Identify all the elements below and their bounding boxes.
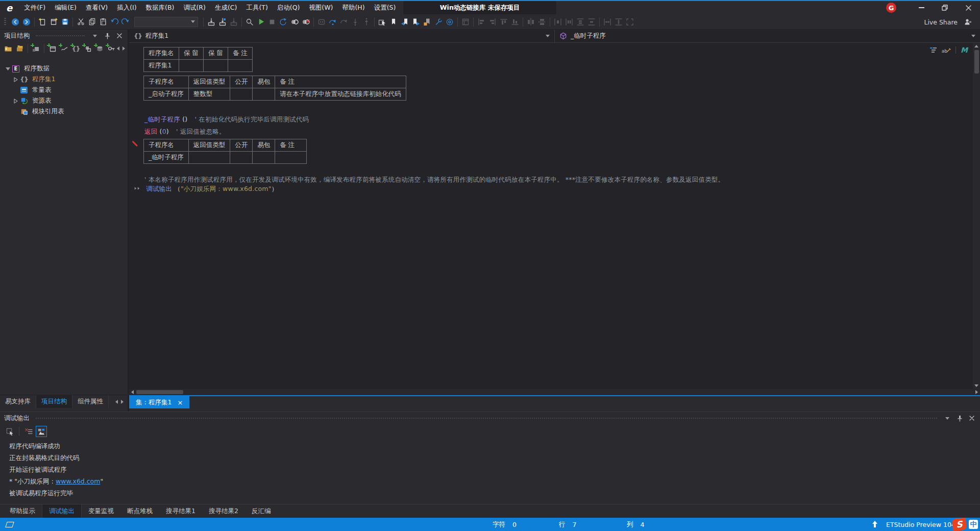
copy-button[interactable] — [86, 16, 97, 28]
paste-button[interactable] — [97, 16, 109, 28]
panel-drag-handle[interactable] — [36, 418, 937, 419]
cut-button[interactable] — [75, 16, 86, 28]
panel-pin-button[interactable] — [955, 414, 964, 422]
rename-button[interactable]: ab — [942, 46, 951, 54]
col-header[interactable]: 保 留 — [179, 47, 204, 60]
tree-item-module-refs[interactable]: 模块引用表 — [0, 106, 128, 117]
toolbar-combobox[interactable] — [134, 17, 198, 27]
tabs-scroll-left-icon[interactable] — [115, 400, 118, 404]
tab-breakpoint-stack[interactable]: 断点堆栈 — [120, 504, 159, 518]
save-button[interactable] — [59, 16, 70, 28]
menu-window-view[interactable]: 视图(W) — [304, 1, 337, 14]
navigate-back-button[interactable] — [10, 16, 21, 28]
col-header[interactable]: 易包 — [253, 139, 275, 152]
scroll-up-icon[interactable] — [974, 45, 978, 47]
col-header[interactable]: 返回值类型 — [188, 76, 230, 88]
bookmark-next-button[interactable] — [410, 16, 422, 28]
menu-settings[interactable]: 设置(S) — [370, 1, 401, 14]
menu-file[interactable]: 文件(F) — [19, 1, 50, 14]
horizontal-scrollbar[interactable] — [129, 389, 980, 395]
code-line-debug-output[interactable]: 调试输出 （"小刀娱乐网：www.x6d.com"） — [134, 185, 278, 194]
col-header[interactable]: 备 注 — [228, 47, 252, 60]
clear-output-button[interactable] — [23, 426, 34, 437]
profiler-button[interactable] — [316, 16, 327, 28]
panel-menu-button[interactable] — [91, 32, 99, 40]
sogou-ime-icon[interactable]: S — [952, 518, 967, 531]
panel-pin-button[interactable] — [103, 32, 111, 40]
tabs-scroll-right-icon[interactable] — [121, 400, 124, 404]
menu-launch[interactable]: 启动(Q) — [273, 1, 305, 14]
select-all-button[interactable] — [4, 426, 15, 437]
space-across-button[interactable] — [552, 16, 564, 28]
col-header[interactable]: 子程序名 — [144, 76, 189, 88]
tab-search-results-2[interactable]: 搜寻结果2 — [202, 504, 245, 518]
align-left-button[interactable] — [476, 16, 487, 28]
expander-expanded-icon[interactable] — [4, 66, 11, 71]
col-header[interactable]: 保 留 — [203, 47, 228, 60]
scrollbar-thumb[interactable] — [136, 390, 183, 394]
code-line-sub-header[interactable]: _临时子程序 () ' 在初始化代码执行完毕后调用测试代码 — [144, 115, 309, 124]
scroll-right-icon[interactable] — [975, 390, 978, 394]
add-resource-button[interactable] — [93, 43, 105, 54]
bookmark-toggle-button[interactable] — [388, 16, 399, 28]
col-header[interactable]: 返回值类型 — [188, 139, 230, 152]
space-down-button[interactable] — [575, 16, 586, 28]
breakpoint-toggle-button[interactable] — [289, 16, 300, 28]
step-run-button[interactable] — [338, 16, 350, 28]
center-vertical-button[interactable] — [536, 16, 548, 28]
col-header[interactable]: 子程序名 — [144, 139, 189, 152]
select-tool-button[interactable] — [377, 16, 388, 28]
options-gear-button[interactable] — [444, 16, 455, 28]
col-header[interactable]: 备 注 — [275, 139, 307, 152]
tab-project-structure[interactable]: 项目结构 — [36, 395, 72, 408]
menu-view[interactable]: 查看(V) — [81, 1, 112, 14]
add-window-button[interactable] — [46, 43, 58, 54]
align-bottom-button[interactable] — [509, 16, 521, 28]
editor-content[interactable]: 程序集名 保 留 保 留 备 注 程序集1 子程序名 — [129, 43, 980, 389]
run-button[interactable] — [255, 16, 266, 28]
menu-debug[interactable]: 调试(R) — [179, 1, 210, 14]
module-view-button[interactable]: M — [961, 46, 968, 54]
menu-build[interactable]: 生成(C) — [210, 1, 241, 14]
step-over-button[interactable] — [327, 16, 338, 28]
space-down-equal-button[interactable] — [586, 16, 597, 28]
tab-component-props[interactable]: 组件属性 — [72, 395, 109, 408]
live-share-area[interactable]: Live Share — [924, 14, 972, 30]
same-size-button[interactable] — [624, 16, 635, 28]
toolbar-grip[interactable] — [4, 18, 6, 26]
assembly-selector[interactable]: {} 程序集1 — [129, 30, 555, 42]
scroll-right-icon[interactable] — [122, 46, 125, 51]
minimize-button[interactable] — [910, 1, 933, 14]
add-subroutine-button[interactable]: {} — [70, 43, 82, 54]
vertical-scrollbar[interactable] — [973, 43, 980, 389]
redo-button[interactable] — [120, 16, 131, 28]
structure-list-button[interactable] — [930, 47, 937, 53]
tab-close-icon[interactable]: × — [177, 399, 183, 406]
col-header[interactable]: 易包 — [253, 76, 275, 88]
panel-menu-button[interactable] — [943, 414, 951, 422]
output-link[interactable]: www.x6d.com — [56, 477, 100, 485]
form-designer-button[interactable] — [460, 16, 471, 28]
compile-static-button[interactable] — [217, 16, 228, 28]
menu-edit[interactable]: 编辑(E) — [50, 1, 81, 14]
panel-close-button[interactable] — [968, 414, 976, 422]
new-window-button[interactable] — [48, 16, 59, 28]
assembly-table[interactable]: 程序集名 保 留 保 留 备 注 程序集1 — [143, 47, 253, 72]
restore-button[interactable] — [933, 1, 957, 14]
project-folders-button[interactable] — [14, 43, 26, 54]
tab-help-tips[interactable]: 帮助提示 — [3, 504, 42, 518]
scroll-left-icon[interactable] — [131, 390, 134, 394]
space-across-equal-button[interactable] — [564, 16, 575, 28]
close-button[interactable] — [957, 1, 980, 14]
add-program-button[interactable] — [58, 43, 70, 54]
expander-collapsed-icon[interactable] — [12, 77, 19, 82]
ime-language-indicator[interactable]: 中 — [969, 520, 978, 529]
code-comment-line[interactable]: ' 本名称子程序用作测试程序用，仅在开发及调试环境中有效，编译发布程序前将被系统… — [144, 176, 724, 184]
col-header[interactable]: 程序集名 — [144, 47, 179, 60]
tree-item-resources[interactable]: 资源表 — [0, 95, 128, 106]
startup-subroutine-table[interactable]: 子程序名 返回值类型 公开 易包 备 注 _启动子程序 整数型 请在本子程序中放… — [143, 76, 406, 101]
scroll-left-icon[interactable] — [117, 46, 119, 51]
tab-support-libs[interactable]: 易支持库 — [0, 395, 36, 408]
temp-subroutine-table[interactable]: 子程序名 返回值类型 公开 易包 备 注 _临时子程序 — [143, 139, 307, 164]
tools-wrench-button[interactable] — [433, 16, 444, 28]
